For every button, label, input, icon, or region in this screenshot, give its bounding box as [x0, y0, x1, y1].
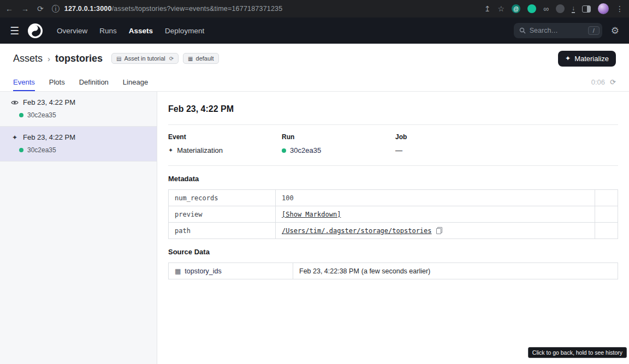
source-data-section-title: Source Data [168, 248, 618, 256]
refresh-icon[interactable]: ⟳ [610, 78, 616, 86]
back-button[interactable]: ← [5, 5, 13, 13]
asset-header: Assets › topstories ▤ Asset in tutorial … [0, 44, 629, 73]
settings-gear-icon[interactable]: ⚙ [611, 25, 619, 37]
metadata-key: path [169, 223, 276, 239]
asset-group-tag[interactable]: ▤ Asset in tutorial ⟳ [111, 53, 179, 64]
breadcrumb-chevron-icon: › [48, 54, 50, 63]
refresh-countdown: 0:06 [591, 78, 605, 86]
event-type-value: Materialization [177, 146, 223, 154]
refresh-timer: 0:06 ⟳ [591, 73, 616, 91]
extension-icon-green[interactable] [527, 4, 536, 13]
search-icon [519, 27, 526, 34]
path-link[interactable]: /Users/tim/.dagster/storage/topstories [282, 227, 432, 235]
event-time-label: Feb 23, 4:22 PM [23, 98, 75, 106]
metadata-action-cell [595, 223, 618, 239]
site-info-icon[interactable]: ⓘ [52, 5, 60, 13]
tab-events[interactable]: Events [13, 73, 35, 91]
metadata-key: num_records [169, 190, 276, 206]
source-time: Feb 23, 4:22:38 PM [299, 267, 359, 275]
sparkle-icon: ✦ [565, 55, 571, 62]
nav-runs[interactable]: Runs [99, 27, 117, 35]
run-id-link[interactable]: 30c2ea35 [290, 146, 321, 154]
source-asset-cell: ▦topstory_ids [169, 263, 293, 279]
metadata-table: num_records 100 preview [Show Markdown] … [168, 189, 618, 239]
address-bar[interactable]: ⓘ 127.0.0.1:3000/assets/topstories?view=… [52, 5, 476, 13]
run-status-dot [19, 148, 23, 152]
metadata-value: /Users/tim/.dagster/storage/topstories [276, 223, 595, 239]
back-history-tooltip: Click to go back, hold to see history [528, 347, 627, 358]
nav-deployment[interactable]: Deployment [165, 27, 204, 35]
extension-infinity-icon[interactable]: ∞ [543, 5, 549, 13]
search-shortcut-key: / [588, 26, 600, 35]
extension-icon-dark[interactable] [556, 4, 565, 13]
table-icon: ▦ [175, 267, 181, 275]
event-label: Event [168, 133, 282, 141]
grid-tag-icon: ▦ [188, 56, 193, 62]
search-box[interactable]: / [514, 23, 602, 38]
forward-button[interactable]: → [21, 5, 29, 13]
tab-lineage[interactable]: Lineage [123, 73, 148, 91]
tag-refresh-icon[interactable]: ⟳ [169, 56, 174, 62]
downloads-icon[interactable]: ↓ [572, 5, 575, 13]
event-detail-pane: Feb 23, 4:22 PM Event ✦ Materialization … [157, 92, 629, 364]
event-list-sidebar: Feb 23, 4:22 PM 30c2ea35 ✦ Feb 23, 4:22 … [0, 92, 157, 364]
search-input[interactable] [530, 27, 584, 34]
metadata-section-title: Metadata [168, 175, 618, 183]
side-panel-icon[interactable] [582, 5, 591, 13]
asset-group-tag-label: Asset in tutorial [124, 55, 165, 62]
run-id-label: 30c2ea35 [27, 111, 56, 119]
browser-toolbar: ← → ⟳ ⓘ 127.0.0.1:3000/assets/topstories… [0, 0, 629, 17]
table-row: num_records 100 [169, 190, 618, 206]
source-data-table: ▦topstory_ids Feb 23, 4:22:38 PM(a few s… [168, 262, 618, 279]
menu-toggle-icon[interactable]: ☰ [10, 26, 19, 36]
observation-eye-icon [11, 100, 19, 105]
metadata-value-text: 100 [282, 194, 294, 202]
tab-definition[interactable]: Definition [79, 73, 109, 91]
source-time-cell: Feb 23, 4:22:38 PM(a few seconds earlier… [293, 263, 618, 279]
asset-tag-icon: ▤ [116, 56, 121, 62]
run-id-label: 30c2ea35 [27, 146, 56, 154]
run-status-dot [19, 113, 23, 117]
tab-plots[interactable]: Plots [49, 73, 65, 91]
event-list-item-observation[interactable]: Feb 23, 4:22 PM 30c2ea35 [0, 92, 157, 127]
share-icon[interactable]: ↥ [484, 5, 491, 13]
materialization-sparkle-icon: ✦ [11, 134, 19, 141]
default-group-tag-label: default [196, 55, 214, 62]
materialize-button[interactable]: ✦ Materialize [558, 51, 616, 67]
materialize-button-label: Materialize [574, 55, 609, 63]
event-list-item-materialization[interactable]: ✦ Feb 23, 4:22 PM 30c2ea35 [0, 127, 157, 162]
reload-button[interactable]: ⟳ [37, 5, 44, 13]
browser-profile-avatar[interactable] [598, 3, 609, 14]
run-status-dot [282, 148, 286, 153]
job-label: Job [395, 133, 618, 141]
table-row: ▦topstory_ids Feb 23, 4:22:38 PM(a few s… [169, 263, 618, 279]
copy-icon[interactable] [436, 227, 442, 234]
source-asset-link[interactable]: topstory_ids [185, 267, 221, 275]
source-time-note: (a few seconds earlier) [361, 267, 430, 275]
job-value: — [395, 146, 402, 154]
dagster-logo[interactable] [28, 23, 43, 38]
table-row: path /Users/tim/.dagster/storage/topstor… [169, 223, 618, 239]
asset-tabs: Events Plots Definition Lineage 0:06 ⟳ [0, 73, 629, 92]
nav-assets[interactable]: Assets [129, 27, 153, 35]
url-host: 127.0.0.1:3000 [64, 5, 112, 13]
primary-nav: Overview Runs Assets Deployment [57, 27, 204, 35]
extension-icon-teal[interactable]: @ [512, 4, 520, 13]
default-group-tag[interactable]: ▦ default [183, 53, 218, 64]
nav-overview[interactable]: Overview [57, 27, 87, 35]
metadata-key: preview [169, 206, 276, 223]
show-markdown-link[interactable]: [Show Markdown] [282, 211, 341, 218]
content-area: Feb 23, 4:22 PM 30c2ea35 ✦ Feb 23, 4:22 … [0, 92, 629, 364]
browser-actions: ↥ ☆ @ ∞ ↓ ⋮ [484, 3, 624, 14]
asset-tags: ▤ Asset in tutorial ⟳ ▦ default [111, 53, 219, 64]
event-summary: Event ✦ Materialization Run 30c2ea35 Job… [168, 125, 618, 165]
event-time-label: Feb 23, 4:22 PM [23, 133, 75, 141]
url-path: /assets/topstories?view=events&time=1677… [112, 5, 283, 13]
materialization-sparkle-icon: ✦ [168, 147, 173, 154]
browser-menu-icon[interactable]: ⋮ [616, 5, 624, 13]
table-row: preview [Show Markdown] [169, 206, 618, 223]
app-navbar: ☰ Overview Runs Assets Deployment / ⚙ [0, 17, 629, 44]
breadcrumb-assets-link[interactable]: Assets [13, 53, 43, 64]
event-detail-title: Feb 23, 4:22 PM [168, 92, 618, 124]
bookmark-star-icon[interactable]: ☆ [497, 5, 505, 13]
